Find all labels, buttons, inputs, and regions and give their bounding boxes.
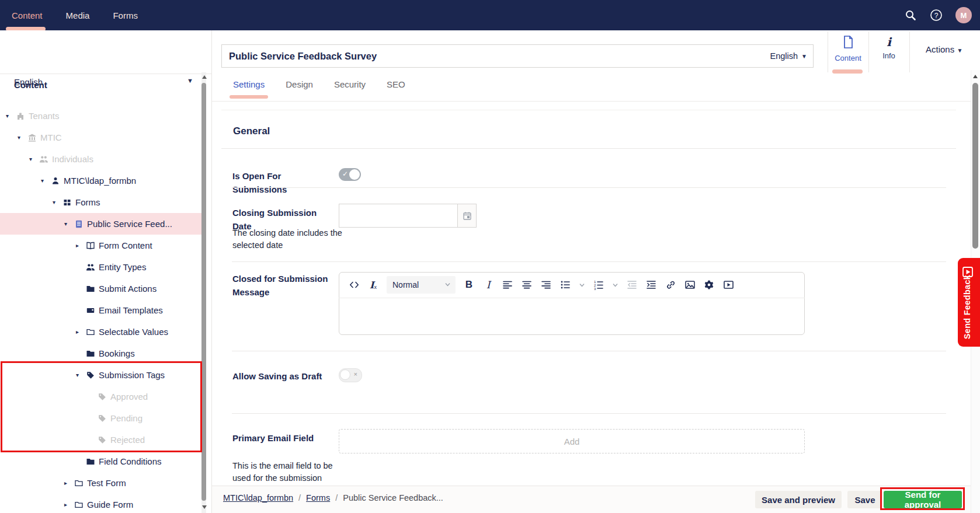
tree-item-label: Submission Tags [99,370,165,380]
tab-settings[interactable]: Settings [233,79,265,89]
tree-item-test-form[interactable]: ▸Test Form [0,472,201,494]
nav-tab-forms[interactable]: Forms [113,11,138,20]
tree-item-form-content[interactable]: ▸Form Content [0,235,201,256]
envelope-icon [86,306,99,315]
tree-item-submit-actions[interactable]: Submit Actions [0,278,201,299]
numbered-list-icon[interactable]: 123 [593,277,604,292]
align-center-icon[interactable] [521,277,533,292]
send-for-approval-button[interactable]: Send for approval [884,491,962,508]
tree-item-mtic-ldap-formbn[interactable]: ▾MTIC\ldap_formbn [0,170,201,191]
image-icon[interactable] [684,277,696,292]
header-divider [909,32,910,72]
sidebar-scrollbar-thumb[interactable] [201,83,206,501]
tree-item-field-conditions[interactable]: Field Conditions [0,451,201,472]
users-icon [39,155,52,164]
tab-seo[interactable]: SEO [387,79,405,89]
caret-right-icon[interactable]: ▸ [64,501,74,508]
chevron-down-icon[interactable] [579,277,585,292]
allow-draft-toggle[interactable]: × [339,368,362,382]
title-language-value[interactable]: English [770,51,802,61]
clear-formatting-icon[interactable]: Ix [367,277,379,292]
paragraph-style-value: Normal [392,280,444,289]
folder-outline-icon [74,500,87,509]
settings-icon[interactable] [703,277,715,292]
save-button[interactable]: Save [847,491,882,508]
caret-down-icon[interactable]: ▾ [64,221,74,227]
caret-down-icon[interactable]: ▾ [76,372,86,378]
help-icon[interactable]: ? [930,9,943,22]
caret-down-icon[interactable]: ▾ [18,134,27,141]
tree-item-public-service-feed[interactable]: ▾Public Service Feed... [0,213,201,235]
breadcrumb-item-mtic-ldap-formbn[interactable]: MTIC\ldap_formbn [223,493,293,502]
field-label-allow-draft: Allow Saving as Draft [232,369,336,383]
rich-text-editor-body[interactable] [339,299,804,334]
tag-icon [98,392,110,402]
tree-item-mtic[interactable]: ▾MTIC [0,127,201,148]
tree-item-approved[interactable]: Approved [0,386,201,407]
scroll-up-arrow-icon[interactable] [973,75,978,78]
closing-date-input[interactable] [339,204,458,228]
italic-icon[interactable]: I [482,277,494,292]
scroll-down-arrow-icon[interactable] [202,505,207,509]
tab-info[interactable]: i Info [868,35,909,60]
tree-item-label: Submit Actions [99,284,157,294]
scroll-up-arrow-icon[interactable] [202,75,207,79]
document-title-input[interactable]: Public Service Feedback Survey English ▼ [221,44,814,68]
settings-tab-bar: SettingsDesignSecuritySEO [233,79,405,89]
primary-email-add-button[interactable]: Add [339,429,805,453]
caret-right-icon[interactable]: ▸ [76,329,86,335]
tree-item-email-templates[interactable]: Email Templates [0,299,201,321]
video-icon[interactable] [722,277,734,292]
tree-item-individuals[interactable]: ▾Individuals [0,148,201,170]
calendar-picker-button[interactable] [458,204,477,228]
align-left-icon[interactable] [502,277,513,292]
tree-item-forms[interactable]: ▾Forms [0,191,201,213]
caret-down-icon[interactable]: ▾ [29,156,39,162]
source-code-icon[interactable] [348,277,360,292]
tab-content-app[interactable]: Content [828,35,868,62]
tree-item-label: Guide Form [87,500,133,509]
language-selector[interactable]: English ▼ [0,30,211,74]
tree-item-label: Tenants [29,111,60,121]
paragraph-style-select[interactable]: Normal [387,276,456,294]
nav-tab-media[interactable]: Media [66,11,90,20]
tree-item-entity-types[interactable]: Entity Types [0,256,201,278]
caret-down-icon[interactable]: ▾ [53,199,62,205]
tree-item-guide-form[interactable]: ▸Guide Form [0,494,201,513]
caret-right-icon[interactable]: ▸ [76,242,86,249]
is-open-toggle[interactable]: ✓ [339,168,361,181]
tag-icon [98,414,110,423]
tree-item-submission-tags[interactable]: ▾Submission Tags [0,364,201,386]
user-avatar[interactable]: M [955,7,972,23]
active-settings-tab-indicator [230,95,268,99]
sidebar-divider [211,30,212,513]
tree-item-label: Pending [110,413,143,423]
tree-item-rejected[interactable]: Rejected [0,429,201,451]
breadcrumb-separator: / [298,493,301,502]
outdent-icon[interactable] [626,277,638,292]
indent-icon[interactable] [645,277,657,292]
send-feedback-button[interactable]: Send Feedback [958,258,980,347]
caret-right-icon[interactable]: ▸ [64,480,74,486]
tree-item-tenants[interactable]: ▾Tenants [0,105,201,127]
tab-security[interactable]: Security [334,79,366,89]
caret-down-icon[interactable]: ▾ [6,113,16,119]
actions-dropdown[interactable]: Actions ▼ [926,44,962,54]
align-right-icon[interactable] [540,277,552,292]
breadcrumb-separator: / [335,493,338,502]
bullet-list-icon[interactable] [559,277,571,292]
tree-item-pending[interactable]: Pending [0,407,201,429]
save-and-preview-button[interactable]: Save and preview [755,491,842,508]
tab-design[interactable]: Design [286,79,313,89]
link-icon[interactable] [665,277,676,292]
search-icon[interactable] [904,9,917,22]
bold-icon[interactable]: B [463,277,475,292]
nav-tab-content[interactable]: Content [12,11,43,20]
tree-item-selectable-values[interactable]: ▸Selectable Values [0,321,201,343]
caret-down-icon[interactable]: ▾ [41,177,51,184]
content-tree: ▾Tenants▾MTIC▾Individuals▾MTIC\ldap_form… [0,105,201,513]
chevron-down-icon[interactable] [612,277,618,292]
page-scrollbar-thumb[interactable] [972,83,978,249]
breadcrumb-item-forms[interactable]: Forms [306,493,330,502]
tree-item-bookings[interactable]: Bookings [0,343,201,364]
